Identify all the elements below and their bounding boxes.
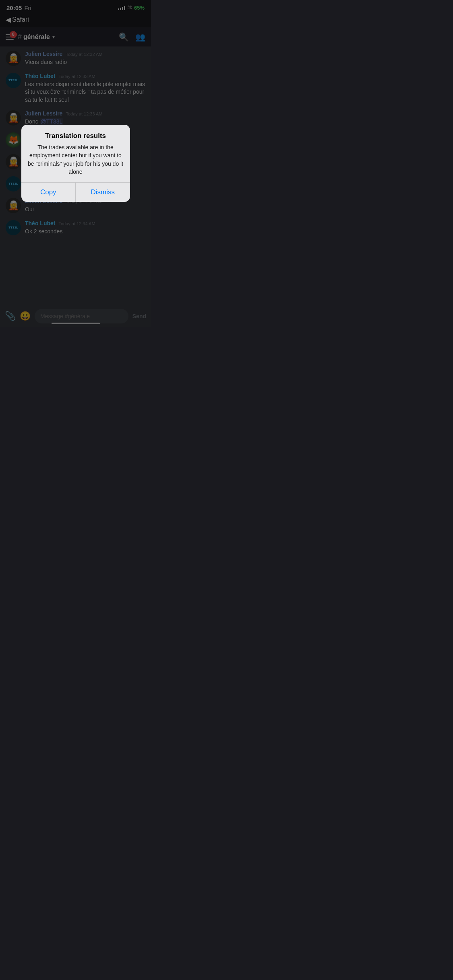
modal-title: Translation results — [28, 132, 124, 140]
dismiss-button[interactable]: Dismiss — [76, 183, 130, 202]
app-container: 20:05 Fri ⌘ 65% ◀ Safari — [0, 0, 151, 327]
modal-body: Translation results The trades available… — [21, 125, 130, 182]
translation-modal: Translation results The trades available… — [21, 125, 130, 202]
modal-actions: Copy Dismiss — [21, 183, 130, 202]
modal-message: The trades available are in the employme… — [28, 143, 124, 176]
copy-button[interactable]: Copy — [21, 183, 76, 202]
modal-overlay: Translation results The trades available… — [0, 0, 151, 327]
